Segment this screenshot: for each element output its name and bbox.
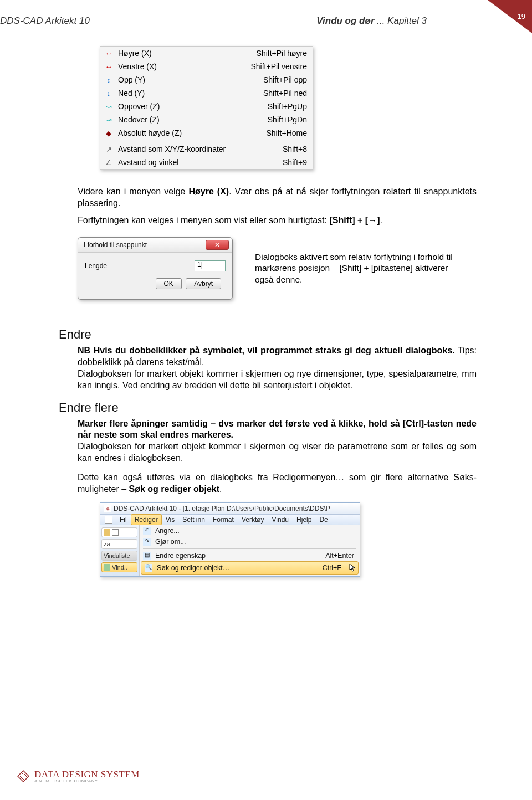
editor-titlebar: ◈ DDS-CAD Arkitekt 10 - [1. etasje Plan … (100, 503, 360, 515)
direction-icon: ↗ (104, 144, 114, 154)
side-chip-vinduliste[interactable]: Vinduliste (101, 551, 137, 561)
dropdown-item-label: Endre egenskap (155, 552, 321, 560)
heading-endre: Endre (59, 327, 477, 342)
menu-item-shortcut: Shift+Pil ned (263, 89, 307, 98)
dropdown-item[interactable]: ↶Angre... (140, 525, 360, 536)
menu-item[interactable]: ↕Ned (Y)Shift+Pil ned (100, 86, 313, 100)
header-chapter: Vindu og dør ... Kapittel 3 (316, 16, 427, 27)
dialog-caption-text: Dialogboks aktivert som relativ forflytn… (255, 252, 454, 286)
page-header: DDS-CAD Arkitekt 10 Vindu og dør ... Kap… (0, 0, 477, 29)
direction-icon: ↕ (104, 75, 114, 85)
length-label: Lengde (85, 262, 107, 270)
footer-company: DATA DESIGN SYSTEM (34, 770, 140, 779)
menu-item-label: Høyre (X) (118, 49, 252, 58)
menu-item[interactable]: ↔Venstre (X)Shift+Pil venstre (100, 60, 313, 73)
direction-icon: ∠ (104, 157, 114, 167)
menu-item-shortcut: Shift+9 (283, 158, 307, 167)
editor-menubar: FilRedigerVisSett innFormatVerktøyVinduH… (100, 515, 360, 525)
page-number: 19 (518, 12, 525, 20)
direction-icon: ↔ (104, 61, 114, 71)
paragraph-endre-flere-1: Marker flere åpninger samtidig – dvs mar… (78, 418, 477, 464)
menubar-item-rediger[interactable]: Rediger (131, 514, 162, 525)
menubar-item-fil[interactable]: Fil (116, 514, 131, 525)
cancel-button[interactable]: Avbryt (186, 278, 221, 289)
menu-item-shortcut: Shift+Pil høyre (257, 49, 307, 58)
menu-item-label: Nedover (Z) (118, 115, 263, 124)
action-icon: 🔍 (145, 564, 152, 572)
direction-icon: ⤻ (104, 115, 114, 125)
menu-item-shortcut: Shift+PgUp (268, 102, 307, 111)
box-icon (112, 529, 119, 536)
action-icon: ▤ (143, 552, 151, 560)
dropdown-item[interactable]: ▤Endre egenskapAlt+Enter (140, 550, 360, 561)
menubar-item-format[interactable]: Format (209, 514, 238, 525)
header-app-name: DDS-CAD Arkitekt 10 (0, 16, 90, 27)
menubar-item-vindu[interactable]: Vindu (268, 514, 293, 525)
menu-item[interactable]: ⤻Oppover (Z)Shift+PgUp (100, 100, 313, 113)
dropdown-item-label: Søk og rediger objekt… (157, 564, 318, 572)
dropdown-item[interactable]: ↷Gjør om... (140, 536, 360, 547)
side-chip-vind[interactable]: Vind.. (101, 562, 137, 572)
direction-icon: ⤻ (104, 101, 114, 111)
menu-separator (104, 141, 309, 141)
menu-item-label: Ned (Y) (118, 89, 259, 98)
editor-side-panel: za Vinduliste Vind.. (100, 525, 139, 576)
menu-item[interactable]: ⤻Nedover (Z)Shift+PgDn (100, 113, 313, 126)
action-icon: ↷ (143, 538, 151, 546)
dropdown-item[interactable]: 🔍Søk og rediger objekt…Ctrl+F (141, 561, 359, 575)
menu-item[interactable]: ↗Avstand som X/Y/Z-koordinaterShift+8 (100, 142, 313, 156)
menu-item[interactable]: ↔Høyre (X)Shift+Pil høyre (100, 47, 313, 60)
folder-icon (104, 529, 110, 536)
paragraph-endre-flere-2: Dette kan også utføres via en dialogboks… (78, 472, 477, 495)
dropdown-item-shortcut: Alt+Enter (325, 552, 354, 560)
svg-marker-1 (20, 773, 27, 780)
dropdown-item-label: Gjør om... (155, 538, 350, 546)
svg-marker-0 (18, 771, 29, 782)
menu-item[interactable]: ∠Avstand og vinkelShift+9 (100, 156, 313, 169)
dialog-title: I forhold til snappunkt (84, 241, 147, 249)
menubar-item-sett inn[interactable]: Sett inn (178, 514, 209, 525)
paragraph-intro-2: Forflytningen kan velges i menyen som vi… (78, 215, 477, 227)
editor-window: ◈ DDS-CAD Arkitekt 10 - [1. etasje Plan … (100, 502, 360, 577)
dropdown-item-label: Angre... (155, 527, 350, 535)
dds-logo-icon (17, 770, 30, 783)
page-footer: DATA DESIGN SYSTEM A NEMETSCHEK COMPANY (17, 767, 482, 783)
menubar-item-hjelp[interactable]: Hjelp (293, 514, 315, 525)
side-chip-za[interactable]: za (101, 539, 137, 549)
ok-button[interactable]: OK (156, 278, 182, 289)
side-chip[interactable] (101, 527, 137, 537)
page-corner-decoration (488, 0, 532, 33)
menu-item-shortcut: Shift+PgDn (268, 115, 307, 124)
toolbar-handle-icon (105, 516, 112, 524)
menu-item-label: Venstre (X) (118, 62, 246, 71)
menu-item-label: Avstand som X/Y/Z-koordinater (118, 145, 278, 153)
dotted-leader (110, 264, 191, 268)
menubar-item-vis[interactable]: Vis (162, 514, 178, 525)
menu-item[interactable]: ◆Absolutt høyde (Z)Shift+Home (100, 126, 313, 140)
cursor-icon (349, 563, 356, 572)
menubar-item-verktøy[interactable]: Verktøy (238, 514, 268, 525)
dropdown-item-shortcut: Ctrl+F (323, 564, 341, 572)
direction-icon: ↔ (104, 48, 114, 58)
menu-item-label: Opp (Y) (118, 75, 259, 84)
length-input[interactable]: 1| (195, 260, 226, 271)
direction-icon: ◆ (104, 128, 114, 138)
close-icon[interactable]: ✕ (206, 240, 229, 250)
menu-item-shortcut: Shift+Pil venstre (250, 62, 307, 71)
menu-item-label: Oppover (Z) (118, 102, 263, 111)
menu-item-label: Avstand og vinkel (118, 158, 278, 167)
move-context-menu: ↔Høyre (X)Shift+Pil høyre↔Venstre (X)Shi… (100, 46, 313, 170)
menu-item-label: Absolutt høyde (Z) (118, 129, 262, 137)
snappunkt-dialog: I forhold til snappunkt ✕ Lengde 1| OK A… (78, 237, 233, 300)
footer-tagline: A NEMETSCHEK COMPANY (34, 779, 140, 783)
paragraph-endre-1: NB Hvis du dobbelklikker på symbolet, vi… (78, 345, 477, 391)
app-icon: ◈ (104, 505, 111, 512)
rediger-dropdown: ↶Angre...↷Gjør om...▤Endre egenskapAlt+E… (139, 525, 360, 576)
editor-title-text: DDS-CAD Arkitekt 10 - [1. etasje Plan D:… (114, 505, 330, 512)
menu-separator (143, 548, 356, 549)
menu-item-shortcut: Shift+8 (283, 145, 307, 153)
heading-endre-flere: Endre flere (59, 401, 477, 415)
menu-item-shortcut: Shift+Pil opp (263, 75, 307, 84)
menu-item[interactable]: ↕Opp (Y)Shift+Pil opp (100, 73, 313, 86)
menubar-item-de[interactable]: De (315, 514, 331, 525)
